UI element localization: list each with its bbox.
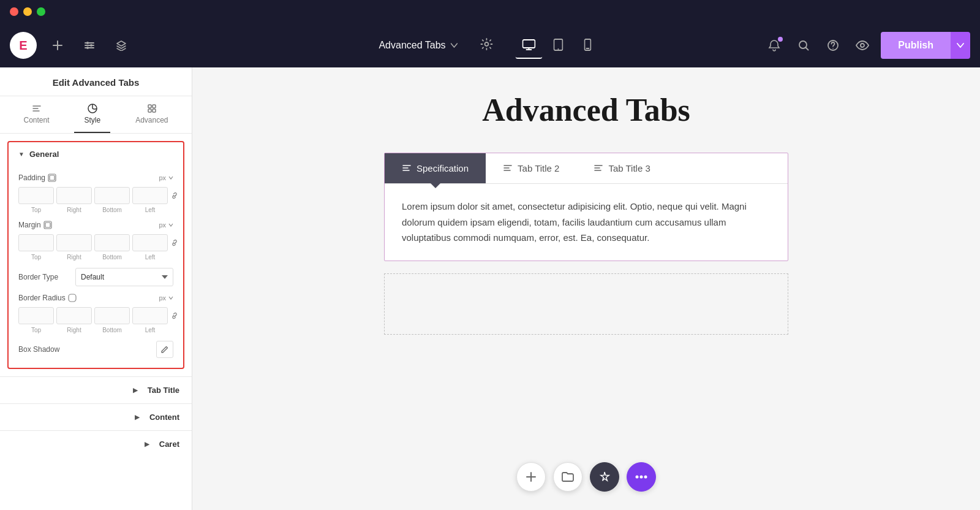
topbar-right: Publish [763, 32, 970, 59]
tab-advanced-label: Advanced [135, 116, 168, 124]
content-section-header[interactable]: ▶ Content [0, 404, 192, 430]
tab-title-section-header[interactable]: ▶ Tab Title [0, 377, 192, 403]
tab-title-section: ▶ Tab Title [0, 376, 192, 403]
tab-advanced[interactable]: Advanced [126, 104, 178, 133]
search-button[interactable] [793, 34, 815, 56]
border-radius-unit[interactable]: px [159, 294, 173, 302]
publish-dropdown-button[interactable] [951, 32, 970, 59]
panel-content: ▼ General Padding px [0, 134, 192, 510]
margin-link-icon[interactable] [170, 235, 179, 250]
desktop-view-button[interactable] [516, 32, 543, 59]
add-section-button[interactable] [516, 462, 546, 492]
svg-rect-21 [69, 294, 76, 302]
margin-unit[interactable]: px [159, 221, 173, 229]
svg-point-23 [640, 476, 643, 479]
general-section-title: General [29, 150, 59, 159]
margin-top-input[interactable] [18, 234, 54, 251]
sidebar-title: Edit Advanced Tabs [53, 77, 140, 88]
tab-title-2[interactable]: Tab Title 2 [486, 153, 576, 183]
br-bottom-label: Bottom [94, 327, 130, 333]
svg-point-2 [86, 47, 89, 49]
border-type-select[interactable]: Default None Solid Dashed Dotted [75, 268, 173, 286]
padding-bottom-label: Bottom [94, 207, 130, 213]
padding-input-labels: Top Right Bottom Left [18, 207, 173, 213]
tabs-navigation: Specification Tab Title 2 Tab Title 3 [385, 153, 788, 183]
padding-left-input[interactable] [132, 187, 168, 204]
notifications-button[interactable] [763, 34, 785, 56]
caret-section-header[interactable]: ▶ Caret [0, 431, 192, 457]
svg-point-10 [832, 48, 834, 49]
padding-row: Padding px [18, 173, 173, 182]
padding-top-label: Top [18, 207, 54, 213]
tab-content-area: Lorem ipsum dolor sit amet, consectetur … [385, 183, 788, 261]
folder-button[interactable] [553, 462, 582, 492]
general-section-header[interactable]: ▼ General [9, 142, 183, 166]
svg-point-24 [644, 476, 647, 479]
mobile-view-button[interactable] [575, 32, 601, 59]
topbar-left: E [10, 32, 132, 59]
publish-button-group: Publish [881, 32, 970, 59]
border-type-row: Border Type Default None Solid Dashed Do… [18, 268, 173, 286]
tab-style-label: Style [84, 116, 100, 124]
tab-content[interactable]: Content [13, 104, 59, 133]
canvas: Advanced Tabs Specification Tab Title 2 … [192, 67, 980, 510]
border-radius-right-input[interactable] [56, 307, 92, 324]
svg-point-6 [558, 48, 559, 50]
padding-right-input[interactable] [56, 187, 92, 204]
tab-title-2-label: Tab Title 2 [518, 163, 559, 173]
topbar-center: Advanced Tabs [379, 32, 601, 59]
tab-title-section-title: Tab Title [148, 386, 179, 395]
tabs-widget: Specification Tab Title 2 Tab Title 3 Lo… [384, 153, 788, 261]
close-dot[interactable] [10, 7, 18, 16]
margin-left-input[interactable] [132, 234, 168, 251]
tab-style[interactable]: Style [74, 104, 110, 133]
padding-unit[interactable]: px [159, 174, 173, 181]
svg-rect-20 [45, 223, 50, 227]
border-radius-inputs [18, 307, 173, 324]
publish-button[interactable]: Publish [881, 32, 951, 59]
add-element-button[interactable] [47, 34, 69, 56]
menu-dots-button[interactable] [627, 462, 656, 492]
padding-link-icon[interactable] [170, 188, 179, 203]
tab-specification[interactable]: Specification [385, 153, 486, 183]
margin-inputs [18, 234, 173, 251]
tab-title-3[interactable]: Tab Title 3 [576, 153, 667, 183]
customize-button[interactable] [78, 34, 100, 56]
content-arrow-icon: ▶ [135, 414, 140, 421]
svg-rect-14 [153, 105, 156, 108]
margin-bottom-input[interactable] [94, 234, 130, 251]
sidebar: Edit Advanced Tabs Content Style Advance… [0, 67, 192, 510]
caret-arrow-icon: ▶ [145, 441, 149, 447]
padding-top-input[interactable] [18, 187, 54, 204]
svg-point-3 [485, 42, 489, 46]
widget-placeholder [384, 273, 788, 335]
padding-label: Padding [18, 173, 56, 182]
page-title-button[interactable]: Advanced Tabs [379, 40, 458, 51]
border-radius-input-labels: Top Right Bottom Left [18, 327, 173, 333]
tablet-view-button[interactable] [545, 32, 572, 59]
preview-button[interactable] [851, 34, 873, 56]
box-shadow-edit-button[interactable] [156, 341, 173, 358]
maximize-dot[interactable] [37, 7, 45, 16]
margin-left-label: Left [132, 254, 168, 261]
settings-button[interactable] [478, 35, 496, 56]
tab-specification-label: Specification [417, 163, 469, 173]
help-button[interactable] [822, 34, 844, 56]
general-arrow-icon: ▼ [18, 151, 24, 158]
border-radius-bottom-input[interactable] [94, 307, 130, 324]
margin-right-input[interactable] [56, 234, 92, 251]
sidebar-header: Edit Advanced Tabs [0, 67, 192, 96]
box-shadow-row: Box Shadow [18, 341, 173, 358]
border-radius-left-input[interactable] [132, 307, 168, 324]
border-radius-top-input[interactable] [18, 307, 54, 324]
margin-input-labels: Top Right Bottom Left [18, 254, 173, 261]
elementor-logo[interactable]: E [10, 32, 37, 59]
layers-button[interactable] [110, 34, 132, 56]
padding-bottom-input[interactable] [94, 187, 130, 204]
border-radius-label: Border Radius [18, 294, 77, 302]
minimize-dot[interactable] [23, 7, 32, 16]
border-radius-link-icon[interactable] [170, 308, 179, 323]
topbar: E Advanced Tabs [0, 23, 980, 67]
page-title-text: Advanced Tabs [379, 40, 445, 51]
ai-button[interactable] [590, 462, 619, 492]
